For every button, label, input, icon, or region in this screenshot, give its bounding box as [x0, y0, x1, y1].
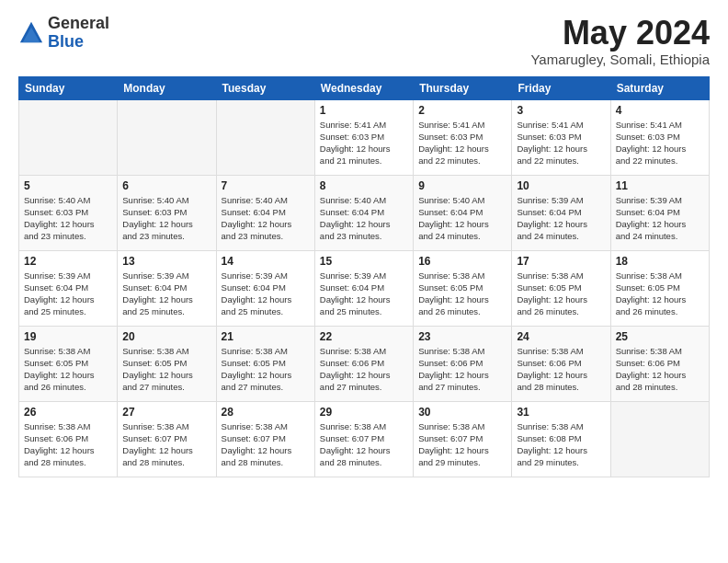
day-info: Sunrise: 5:39 AMSunset: 6:04 PMDaylight:… — [24, 270, 112, 318]
day-number: 30 — [418, 406, 506, 419]
day-number: 9 — [418, 179, 506, 192]
table-row: 17Sunrise: 5:38 AMSunset: 6:05 PMDayligh… — [512, 250, 610, 326]
day-number: 12 — [24, 255, 112, 268]
day-number: 28 — [222, 406, 310, 419]
day-number: 2 — [418, 104, 506, 117]
table-row: 13Sunrise: 5:39 AMSunset: 6:04 PMDayligh… — [118, 250, 216, 326]
header-thursday: Thursday — [414, 76, 512, 99]
day-number: 21 — [222, 330, 310, 343]
day-info: Sunrise: 5:38 AMSunset: 6:05 PMDaylight:… — [24, 345, 112, 394]
table-row: 19Sunrise: 5:38 AMSunset: 6:05 PMDayligh… — [19, 326, 118, 401]
day-number: 26 — [24, 406, 112, 419]
day-number: 3 — [517, 104, 605, 117]
day-number: 24 — [517, 330, 605, 343]
day-info: Sunrise: 5:38 AMSunset: 6:05 PMDaylight:… — [616, 270, 704, 318]
page: General Blue May 2024 Yamarugley, Somali… — [0, 0, 728, 563]
day-info: Sunrise: 5:39 AMSunset: 6:04 PMDaylight:… — [616, 194, 704, 243]
day-info: Sunrise: 5:38 AMSunset: 6:06 PMDaylight:… — [517, 345, 605, 394]
header-saturday: Saturday — [610, 76, 709, 99]
table-row: 28Sunrise: 5:38 AMSunset: 6:07 PMDayligh… — [216, 401, 314, 477]
table-row: 15Sunrise: 5:39 AMSunset: 6:04 PMDayligh… — [314, 250, 413, 326]
calendar-week-1: 1Sunrise: 5:41 AMSunset: 6:03 PMDaylight… — [19, 99, 710, 175]
calendar-week-5: 26Sunrise: 5:38 AMSunset: 6:06 PMDayligh… — [19, 401, 710, 477]
day-info: Sunrise: 5:38 AMSunset: 6:05 PMDaylight:… — [222, 345, 310, 394]
day-info: Sunrise: 5:40 AMSunset: 6:03 PMDaylight:… — [122, 194, 210, 243]
day-info: Sunrise: 5:41 AMSunset: 6:03 PMDaylight:… — [418, 119, 506, 167]
table-row: 31Sunrise: 5:38 AMSunset: 6:08 PMDayligh… — [512, 401, 610, 477]
day-number: 5 — [24, 179, 112, 192]
calendar-week-2: 5Sunrise: 5:40 AMSunset: 6:03 PMDaylight… — [19, 175, 710, 250]
day-info: Sunrise: 5:40 AMSunset: 6:04 PMDaylight:… — [418, 194, 506, 243]
table-row: 16Sunrise: 5:38 AMSunset: 6:05 PMDayligh… — [414, 250, 512, 326]
table-row: 3Sunrise: 5:41 AMSunset: 6:03 PMDaylight… — [512, 99, 610, 175]
day-info: Sunrise: 5:39 AMSunset: 6:04 PMDaylight:… — [122, 270, 210, 318]
day-number: 19 — [24, 330, 112, 343]
logo-general-text: General — [48, 14, 109, 32]
day-info: Sunrise: 5:38 AMSunset: 6:06 PMDaylight:… — [418, 345, 506, 394]
day-number: 13 — [122, 255, 210, 268]
table-row: 11Sunrise: 5:39 AMSunset: 6:04 PMDayligh… — [610, 175, 709, 250]
table-row: 10Sunrise: 5:39 AMSunset: 6:04 PMDayligh… — [512, 175, 610, 250]
day-info: Sunrise: 5:38 AMSunset: 6:07 PMDaylight:… — [122, 420, 210, 469]
day-number: 15 — [320, 255, 408, 268]
table-row: 26Sunrise: 5:38 AMSunset: 6:06 PMDayligh… — [19, 401, 118, 477]
logo: General Blue — [18, 15, 109, 52]
table-row: 1Sunrise: 5:41 AMSunset: 6:03 PMDaylight… — [314, 99, 413, 175]
day-number: 27 — [122, 406, 210, 419]
day-number: 25 — [616, 330, 704, 343]
calendar-header-row: Sunday Monday Tuesday Wednesday Thursday… — [19, 76, 710, 99]
table-row: 12Sunrise: 5:39 AMSunset: 6:04 PMDayligh… — [19, 250, 118, 326]
day-info: Sunrise: 5:41 AMSunset: 6:03 PMDaylight:… — [320, 119, 408, 167]
day-info: Sunrise: 5:39 AMSunset: 6:04 PMDaylight:… — [222, 270, 310, 318]
table-row: 25Sunrise: 5:38 AMSunset: 6:06 PMDayligh… — [610, 326, 709, 401]
day-number: 10 — [517, 179, 605, 192]
header-friday: Friday — [512, 76, 610, 99]
day-info: Sunrise: 5:38 AMSunset: 6:07 PMDaylight:… — [320, 420, 408, 469]
day-number: 18 — [616, 255, 704, 268]
day-number: 23 — [418, 330, 506, 343]
location-subtitle: Yamarugley, Somali, Ethiopia — [530, 52, 710, 67]
table-row: 18Sunrise: 5:38 AMSunset: 6:05 PMDayligh… — [610, 250, 709, 326]
table-row: 21Sunrise: 5:38 AMSunset: 6:05 PMDayligh… — [216, 326, 314, 401]
day-number: 7 — [222, 179, 310, 192]
table-row: 8Sunrise: 5:40 AMSunset: 6:04 PMDaylight… — [314, 175, 413, 250]
day-number: 6 — [122, 179, 210, 192]
table-row: 7Sunrise: 5:40 AMSunset: 6:04 PMDaylight… — [216, 175, 314, 250]
day-number: 31 — [517, 406, 605, 419]
month-title: May 2024 — [530, 15, 710, 52]
calendar-week-3: 12Sunrise: 5:39 AMSunset: 6:04 PMDayligh… — [19, 250, 710, 326]
table-row: 20Sunrise: 5:38 AMSunset: 6:05 PMDayligh… — [118, 326, 216, 401]
day-info: Sunrise: 5:38 AMSunset: 6:08 PMDaylight:… — [517, 420, 605, 469]
header: General Blue May 2024 Yamarugley, Somali… — [18, 15, 710, 67]
table-row: 29Sunrise: 5:38 AMSunset: 6:07 PMDayligh… — [314, 401, 413, 477]
day-info: Sunrise: 5:38 AMSunset: 6:05 PMDaylight:… — [517, 270, 605, 318]
table-row: 23Sunrise: 5:38 AMSunset: 6:06 PMDayligh… — [414, 326, 512, 401]
day-info: Sunrise: 5:40 AMSunset: 6:04 PMDaylight:… — [222, 194, 310, 243]
table-row — [216, 99, 314, 175]
table-row: 6Sunrise: 5:40 AMSunset: 6:03 PMDaylight… — [118, 175, 216, 250]
day-number: 14 — [222, 255, 310, 268]
day-info: Sunrise: 5:38 AMSunset: 6:06 PMDaylight:… — [320, 345, 408, 394]
title-block: May 2024 Yamarugley, Somali, Ethiopia — [530, 15, 710, 67]
logo-blue-text: Blue — [48, 32, 84, 51]
header-monday: Monday — [118, 76, 216, 99]
day-info: Sunrise: 5:38 AMSunset: 6:07 PMDaylight:… — [418, 420, 506, 469]
table-row: 30Sunrise: 5:38 AMSunset: 6:07 PMDayligh… — [414, 401, 512, 477]
table-row — [19, 99, 118, 175]
table-row: 24Sunrise: 5:38 AMSunset: 6:06 PMDayligh… — [512, 326, 610, 401]
day-number: 1 — [320, 104, 408, 117]
day-info: Sunrise: 5:38 AMSunset: 6:06 PMDaylight:… — [24, 420, 112, 469]
day-number: 20 — [122, 330, 210, 343]
day-info: Sunrise: 5:39 AMSunset: 6:04 PMDaylight:… — [517, 194, 605, 243]
table-row: 27Sunrise: 5:38 AMSunset: 6:07 PMDayligh… — [118, 401, 216, 477]
day-number: 22 — [320, 330, 408, 343]
day-number: 4 — [616, 104, 704, 117]
table-row: 4Sunrise: 5:41 AMSunset: 6:03 PMDaylight… — [610, 99, 709, 175]
day-number: 8 — [320, 179, 408, 192]
table-row: 14Sunrise: 5:39 AMSunset: 6:04 PMDayligh… — [216, 250, 314, 326]
day-info: Sunrise: 5:41 AMSunset: 6:03 PMDaylight:… — [517, 119, 605, 167]
table-row: 22Sunrise: 5:38 AMSunset: 6:06 PMDayligh… — [314, 326, 413, 401]
day-info: Sunrise: 5:39 AMSunset: 6:04 PMDaylight:… — [320, 270, 408, 318]
day-info: Sunrise: 5:38 AMSunset: 6:06 PMDaylight:… — [616, 345, 704, 394]
table-row — [118, 99, 216, 175]
